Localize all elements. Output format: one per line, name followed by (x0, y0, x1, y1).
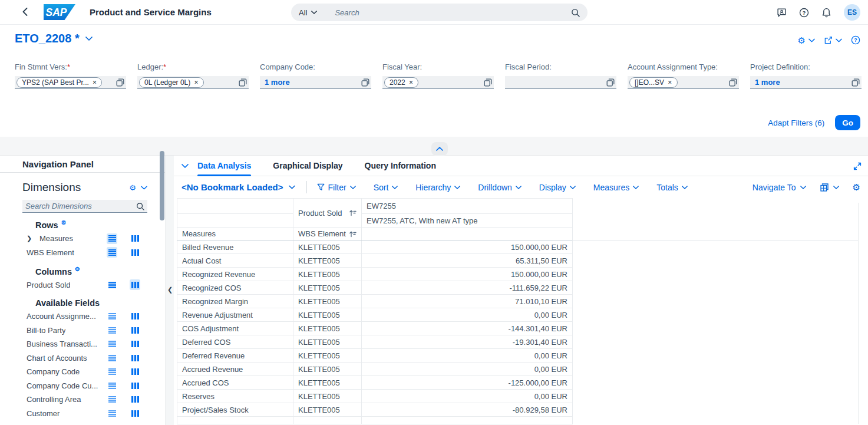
table-row[interactable]: COS AdjustmentKLETTE005-144.301,40 EUR (177, 322, 573, 335)
measures-menu[interactable]: Measures (593, 183, 639, 192)
dimension-item-wbs-element[interactable]: WBS Element (0, 245, 165, 259)
remove-token-icon[interactable]: ✕ (93, 80, 97, 85)
available-field-item[interactable]: Company Code (0, 365, 165, 379)
value-cell[interactable]: 0,00 EUR (362, 390, 573, 403)
value-cell[interactable]: -80.929,58 EUR (362, 403, 573, 417)
search-icon[interactable] (136, 202, 144, 210)
measure-cell[interactable]: Billed Revenue (177, 240, 293, 254)
product-header-line2[interactable]: EW7255, ATC, With new AT type (362, 214, 573, 228)
collapse-panel-icon[interactable]: ❮ (167, 286, 173, 294)
table-row[interactable]: Deferred COSKLETTE005-19.301,40 EUR (177, 335, 573, 349)
add-to-rows-icon[interactable] (107, 367, 117, 377)
add-to-rows-icon[interactable] (107, 279, 117, 290)
measure-cell[interactable]: Revenue Adjustment (177, 308, 293, 322)
table-row[interactable]: Project/Sales StockKLETTE005-80.929,58 E… (177, 403, 573, 417)
wbs-cell[interactable]: KLETTE005 (293, 268, 362, 281)
table-settings-gear-icon[interactable]: ⚙ (853, 183, 860, 192)
value-cell[interactable]: -111.659,22 EUR (362, 281, 573, 295)
value-cell[interactable]: 0,00 EUR (362, 349, 573, 363)
bookmark-selector[interactable]: <No Bookmark Loaded> (181, 182, 295, 192)
search-dimensions-input[interactable]: Search Dimensions (22, 200, 147, 213)
wbs-cell[interactable]: KLETTE005 (293, 403, 362, 417)
wbs-cell[interactable]: KLETTE005 (293, 281, 362, 295)
totals-menu[interactable]: Totals (656, 183, 688, 192)
hierarchy-menu[interactable]: Hierarchy (415, 183, 460, 192)
wbs-cell[interactable]: KLETTE005 (293, 308, 362, 322)
add-to-columns-icon[interactable] (130, 233, 140, 244)
wbs-cell[interactable]: KLETTE005 (293, 254, 362, 268)
remove-token-icon[interactable]: ✕ (194, 80, 199, 85)
table-row[interactable]: Recognized COSKLETTE005-111.659,22 EUR (177, 281, 573, 295)
measure-cell[interactable]: Reserves (177, 390, 293, 403)
add-to-columns-icon[interactable] (130, 247, 140, 258)
sort-menu[interactable]: Sort (374, 183, 398, 192)
value-cell[interactable]: 0,00 EUR (362, 308, 573, 322)
measure-cell[interactable]: Accrued Revenue (177, 363, 293, 376)
display-menu[interactable]: Display (539, 183, 576, 192)
page-help-button[interactable] (851, 35, 860, 45)
add-to-columns-icon[interactable] (130, 352, 140, 363)
go-button[interactable]: Go (835, 115, 860, 130)
tab-collapse-button[interactable] (181, 164, 189, 168)
search-icon[interactable] (571, 8, 580, 17)
filter-menu[interactable]: Filter (317, 183, 356, 192)
available-field-item[interactable]: Company Code Cu... (0, 379, 165, 393)
fiscal-period-input[interactable] (505, 76, 616, 89)
project-definition-input[interactable]: 1 more (750, 76, 862, 89)
table-row[interactable]: Billed RevenueKLETTE005150.000,00 EUR (177, 240, 573, 254)
add-to-rows-icon[interactable] (107, 394, 117, 405)
sap-logo[interactable]: SAP (44, 4, 75, 20)
notifications-bell-icon[interactable] (821, 8, 831, 18)
value-help-icon[interactable] (606, 78, 615, 87)
add-to-rows-icon[interactable] (107, 380, 117, 391)
add-to-rows-icon[interactable] (107, 408, 117, 419)
add-to-rows-icon[interactable] (107, 352, 117, 363)
measure-cell[interactable]: Deferred COS (177, 335, 293, 349)
navigate-to-menu[interactable]: Navigate To (753, 183, 806, 192)
wbs-cell[interactable]: KLETTE005 (293, 376, 362, 390)
nav-panel-scrollbar[interactable] (160, 151, 164, 220)
filter-token[interactable]: []EO...SV✕ (629, 77, 678, 88)
measure-cell[interactable]: Recognized COS (177, 281, 293, 295)
measure-cell[interactable]: Recognized Margin (177, 295, 293, 308)
wbs-cell[interactable]: KLETTE005 (293, 349, 362, 363)
sort-ascending-icon[interactable] (349, 230, 357, 238)
wbs-cell[interactable]: KLETTE005 (293, 240, 362, 254)
share-menu-button[interactable] (824, 36, 842, 45)
available-field-item[interactable]: Chart of Accounts (0, 351, 165, 365)
available-field-item[interactable]: Account Assignme... (0, 309, 165, 324)
measure-cell[interactable]: Accrued COS (177, 376, 293, 390)
wbs-cell[interactable]: KLETTE005 (293, 322, 362, 335)
remove-token-icon[interactable]: ✕ (668, 80, 672, 85)
value-cell[interactable]: 0,00 EUR (362, 363, 573, 376)
panel-splitter[interactable]: ❮ (165, 156, 174, 425)
add-to-columns-icon[interactable] (130, 325, 140, 335)
dimensions-settings-button[interactable]: ⚙ (129, 184, 147, 192)
wbs-cell[interactable]: KLETTE005 (293, 390, 362, 403)
column-header-measures[interactable]: Measures (177, 228, 293, 240)
table-row[interactable]: Accrued RevenueKLETTE0050,00 EUR (177, 363, 573, 376)
table-row[interactable]: ReservesKLETTE0050,00 EUR (177, 390, 573, 403)
table-row[interactable]: Actual CostKLETTE00565.311,50 EUR (177, 254, 573, 268)
expand-icon[interactable]: ❯ (27, 235, 39, 242)
wbs-cell[interactable]: KLETTE005 (293, 363, 362, 376)
export-table-menu[interactable] (820, 183, 839, 192)
available-field-item[interactable]: Controlling Area (0, 393, 165, 407)
add-to-columns-icon[interactable] (130, 380, 140, 391)
avatar[interactable]: ES (844, 4, 860, 21)
help-icon[interactable] (799, 8, 809, 18)
product-header-line1[interactable]: EW7255 (362, 199, 573, 214)
filter-token[interactable]: YPS2 (SAP Best Pr...✕ (16, 77, 102, 88)
value-cell[interactable]: 71.010,10 EUR (362, 295, 573, 308)
drilldown-menu[interactable]: Drilldown (478, 183, 522, 192)
tab-graphical-display[interactable]: Graphical Display (273, 156, 342, 176)
add-to-columns-icon[interactable] (130, 367, 140, 377)
shell-search[interactable]: All Search (291, 4, 588, 21)
table-row[interactable]: Deferred RevenueKLETTE0050,00 EUR (177, 349, 573, 363)
fullscreen-icon[interactable] (853, 162, 862, 170)
sort-ascending-icon[interactable] (349, 209, 357, 216)
search-input[interactable]: Search (335, 8, 571, 17)
value-help-icon[interactable] (729, 78, 737, 87)
filter-token[interactable]: 0L (Ledger 0L)✕ (139, 77, 204, 88)
table-row[interactable]: Recognized MarginKLETTE00571.010,10 EUR (177, 295, 573, 308)
